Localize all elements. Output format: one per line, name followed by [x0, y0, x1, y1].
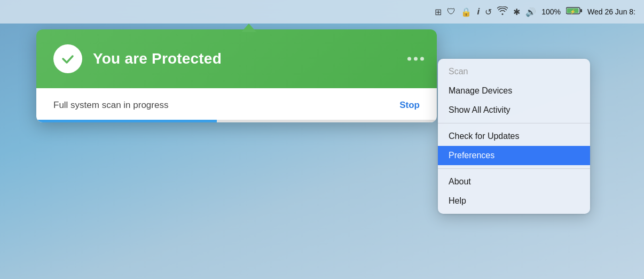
menu-item-scan: Scan: [438, 62, 590, 81]
menu-item-check-for-updates[interactable]: Check for Updates: [438, 127, 590, 146]
progress-bar-fill: [36, 120, 217, 122]
dot-3: [420, 57, 424, 61]
progress-bar-container: [36, 120, 437, 122]
volume-icon[interactable]: 🔊: [525, 7, 536, 17]
grid-icon[interactable]: ⊞: [435, 7, 442, 17]
popup-body: Full system scan in progress Stop: [36, 88, 437, 122]
menu-item-about[interactable]: About: [438, 172, 590, 191]
menubar-datetime: Wed 26 Jun 8:: [587, 7, 635, 16]
dots-menu-button[interactable]: [407, 57, 424, 61]
dot-1: [407, 57, 411, 61]
stop-button[interactable]: Stop: [399, 100, 420, 111]
context-menu: Scan Manage Devices Show All Activity Ch…: [438, 59, 590, 214]
menu-item-help[interactable]: Help: [438, 191, 590, 211]
bluetooth-icon[interactable]: ✱: [513, 7, 520, 17]
menubar-icons: ⊞ 🛡 🔒 i ↺ ✱ 🔊 100%: [435, 6, 635, 17]
wifi-icon[interactable]: [497, 6, 508, 17]
svg-text:⚡: ⚡: [570, 9, 576, 15]
svg-rect-2: [580, 9, 582, 12]
menu-section-3: About Help: [438, 168, 590, 214]
menu-item-manage-devices[interactable]: Manage Devices: [438, 81, 590, 100]
battery-icon[interactable]: ⚡: [566, 6, 582, 17]
popup-title: You are Protected: [93, 50, 222, 67]
menu-item-show-all-activity[interactable]: Show All Activity: [438, 100, 590, 120]
battery-percent: 100%: [541, 7, 561, 16]
history-icon[interactable]: ↺: [485, 7, 492, 17]
menu-item-preferences[interactable]: Preferences: [438, 146, 590, 165]
popup-header: You are Protected: [36, 29, 437, 88]
menubar: ⊞ 🛡 🔒 i ↺ ✱ 🔊 100%: [0, 0, 644, 24]
lock-icon[interactable]: 🔒: [461, 7, 472, 17]
menu-section-2: Check for Updates Preferences: [438, 123, 590, 168]
dot-2: [414, 57, 418, 61]
popup-card: You are Protected Full system scan in pr…: [36, 29, 437, 122]
info-icon[interactable]: i: [477, 6, 480, 17]
shield-dollar-icon[interactable]: 🛡: [447, 7, 455, 17]
scan-text: Full system scan in progress: [53, 100, 168, 111]
menu-section-1: Scan Manage Devices Show All Activity: [438, 59, 590, 123]
check-circle: [53, 44, 82, 73]
popup-arrow: [241, 24, 256, 32]
